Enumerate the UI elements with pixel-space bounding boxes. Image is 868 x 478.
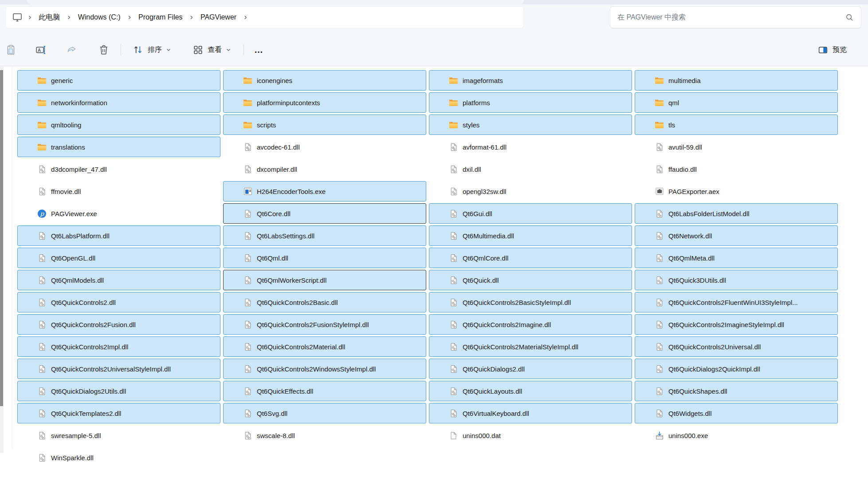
file-tile[interactable]: Qt6QmlMeta.dll bbox=[635, 248, 838, 268]
file-tile[interactable]: Qt6QuickControls2Impl.dll bbox=[17, 336, 220, 357]
file-tile[interactable]: tls bbox=[635, 115, 838, 135]
file-tile[interactable]: Qt6QuickControls2.dll bbox=[17, 292, 220, 312]
file-tile[interactable]: Qt6QuickControls2BasicStyleImpl.dll bbox=[429, 292, 632, 312]
dll-file-icon bbox=[37, 364, 47, 374]
file-tile[interactable]: unins000.dat bbox=[429, 425, 632, 446]
file-tile[interactable]: Qt6QuickDialogs2.dll bbox=[429, 359, 632, 379]
paste-button[interactable] bbox=[1, 40, 21, 59]
file-label: networkinformation bbox=[51, 99, 107, 107]
sort-button[interactable]: 排序 bbox=[128, 40, 176, 59]
search-icon[interactable] bbox=[845, 13, 854, 22]
file-tile[interactable]: avcodec-61.dll bbox=[223, 137, 426, 157]
file-tile[interactable]: Qt6QuickControls2Imagine.dll bbox=[429, 314, 632, 335]
address-bar[interactable]: ›此电脑›Windows (C:)›Program Files›PAGViewe… bbox=[5, 6, 524, 28]
file-tile[interactable]: Qt6QuickControls2FusionStyleImpl.dll bbox=[223, 314, 426, 335]
file-tile[interactable]: networkinformation bbox=[17, 92, 220, 113]
file-tile[interactable]: Qt6LabsFolderListModel.dll bbox=[635, 203, 838, 224]
breadcrumb-item[interactable]: PAGViewer bbox=[197, 11, 240, 24]
file-tile[interactable]: swscale-8.dll bbox=[223, 425, 426, 446]
delete-button[interactable] bbox=[94, 40, 114, 59]
file-tile[interactable]: Qt6QuickDialogs2QuickImpl.dll bbox=[635, 359, 838, 379]
search-input[interactable] bbox=[617, 13, 845, 21]
preview-toggle-button[interactable]: 预览 bbox=[813, 40, 851, 59]
file-label: avcodec-61.dll bbox=[257, 143, 300, 151]
file-tile[interactable]: Qt6LabsPlatform.dll bbox=[17, 225, 220, 246]
file-tile[interactable]: avutil-59.dll bbox=[635, 137, 838, 157]
file-tile[interactable]: avformat-61.dll bbox=[429, 137, 632, 157]
file-tile[interactable]: WinSparkle.dll bbox=[17, 447, 220, 468]
file-tile[interactable]: scripts bbox=[223, 115, 426, 135]
file-tile[interactable]: Qt6QuickControls2Basic.dll bbox=[223, 292, 426, 312]
file-tile[interactable]: Qt6QuickControls2Fusion.dll bbox=[17, 314, 220, 335]
file-tile[interactable]: Qt6QmlWorkerScript.dll bbox=[223, 270, 426, 290]
file-tile[interactable]: dxcompiler.dll bbox=[223, 159, 426, 179]
file-tile[interactable]: swresample-5.dll bbox=[17, 425, 220, 446]
file-tile[interactable]: Qt6QuickLayouts.dll bbox=[429, 381, 632, 401]
file-tile[interactable]: Qt6OpenGL.dll bbox=[17, 248, 220, 268]
rename-button[interactable]: A bbox=[31, 40, 51, 59]
file-tile[interactable]: Qt6QuickDialogs2Utils.dll bbox=[17, 381, 220, 401]
file-tile[interactable]: Qt6QmlCore.dll bbox=[429, 248, 632, 268]
file-tile[interactable]: ffmovie.dll bbox=[17, 181, 220, 201]
file-tile[interactable]: qmltooling bbox=[17, 115, 220, 135]
file-tile[interactable]: d3dcompiler_47.dll bbox=[17, 159, 220, 179]
file-tile[interactable]: Qt6Quick3DUtils.dll bbox=[635, 270, 838, 290]
file-tile[interactable]: imageformats bbox=[429, 70, 632, 91]
file-tile[interactable]: Qt6QmlModels.dll bbox=[17, 270, 220, 290]
breadcrumb-item[interactable]: 此电脑 bbox=[35, 11, 63, 24]
file-tile[interactable]: Qt6Quick.dll bbox=[429, 270, 632, 290]
file-tile[interactable]: Qt6QuickControls2WindowsStyleImpl.dll bbox=[223, 359, 426, 379]
folder-icon bbox=[37, 75, 47, 86]
left-scrollbar-thumb[interactable] bbox=[0, 70, 3, 406]
file-tile[interactable]: ffaudio.dll bbox=[635, 159, 838, 179]
file-tile[interactable]: Qt6Qml.dll bbox=[223, 248, 426, 268]
file-tile[interactable]: generic bbox=[17, 70, 220, 91]
file-tile[interactable]: Qt6VirtualKeyboard.dll bbox=[429, 403, 632, 423]
file-label: Qt6QuickControls2Material.dll bbox=[257, 343, 345, 351]
breadcrumb-item[interactable]: Program Files bbox=[135, 11, 186, 24]
view-button[interactable]: 查看 bbox=[188, 40, 236, 59]
file-label: d3dcompiler_47.dll bbox=[51, 166, 107, 173]
file-tile[interactable]: platforms bbox=[429, 92, 632, 113]
file-tile[interactable]: Qt6QuickControls2ImagineStyleImpl.dll bbox=[635, 314, 838, 335]
breadcrumb-chevron-icon[interactable]: › bbox=[63, 12, 74, 22]
dll-file-icon bbox=[243, 297, 253, 308]
file-tile[interactable]: Qt6QuickControls2Material.dll bbox=[223, 336, 426, 357]
file-tile[interactable]: pPAGViewer.exe bbox=[17, 203, 220, 224]
file-tile[interactable]: PAGExporter.aex bbox=[635, 181, 838, 201]
file-tile[interactable]: translations bbox=[17, 137, 220, 157]
file-tile[interactable]: Qt6Gui.dll bbox=[429, 203, 632, 224]
file-tile[interactable]: styles bbox=[429, 115, 632, 135]
file-tile[interactable]: opengl32sw.dll bbox=[429, 181, 632, 201]
file-tile[interactable]: unins000.exe bbox=[635, 425, 838, 446]
file-tile[interactable]: multimedia bbox=[635, 70, 838, 91]
breadcrumb-chevron-icon[interactable]: › bbox=[24, 12, 35, 22]
breadcrumb-chevron-icon[interactable]: › bbox=[186, 12, 197, 22]
file-tile[interactable]: Qt6QuickShapes.dll bbox=[635, 381, 838, 401]
file-tile[interactable]: Qt6Svg.dll bbox=[223, 403, 426, 423]
file-tile[interactable]: Qt6Widgets.dll bbox=[635, 403, 838, 423]
file-tile[interactable]: Qt6QuickControls2UniversalStyleImpl.dll bbox=[17, 359, 220, 379]
file-tile[interactable]: Qt6QuickTemplates2.dll bbox=[17, 403, 220, 423]
pane-divider bbox=[12, 67, 12, 449]
file-tile[interactable]: Qt6QuickControls2MaterialStyleImpl.dll bbox=[429, 336, 632, 357]
file-tile[interactable]: Qt6QuickControls2Universal.dll bbox=[635, 336, 838, 357]
share-button[interactable] bbox=[62, 40, 82, 59]
file-tile[interactable]: Qt6LabsSettings.dll bbox=[223, 225, 426, 246]
file-label: Qt6QmlModels.dll bbox=[51, 277, 104, 284]
file-tile[interactable]: qml bbox=[635, 92, 838, 113]
file-tile[interactable]: H264EncoderTools.exe bbox=[223, 181, 426, 201]
breadcrumb-chevron-icon[interactable]: › bbox=[124, 12, 135, 22]
file-tile[interactable]: dxil.dll bbox=[429, 159, 632, 179]
breadcrumb-item[interactable]: Windows (C:) bbox=[75, 11, 124, 24]
breadcrumb-chevron-icon[interactable]: › bbox=[240, 12, 251, 22]
file-tile[interactable]: iconengines bbox=[223, 70, 426, 91]
file-tile[interactable]: platforminputcontexts bbox=[223, 92, 426, 113]
file-tile[interactable]: Qt6Multimedia.dll bbox=[429, 225, 632, 246]
file-tile[interactable]: Qt6Network.dll bbox=[635, 225, 838, 246]
file-tile[interactable]: Qt6Core.dll bbox=[223, 203, 426, 224]
search-box[interactable] bbox=[610, 6, 861, 28]
more-options-button[interactable]: … bbox=[250, 40, 268, 59]
file-tile[interactable]: Qt6QuickControls2FluentWinUI3StyleImpl..… bbox=[635, 292, 838, 312]
file-tile[interactable]: Qt6QuickEffects.dll bbox=[223, 381, 426, 401]
